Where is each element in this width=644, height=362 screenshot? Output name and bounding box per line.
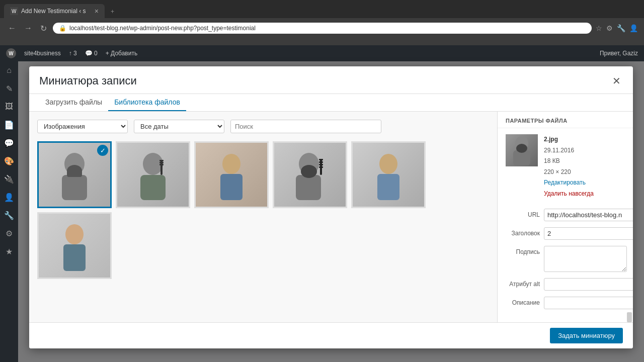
sidebar-item-users[interactable]: 👤 [0,188,18,206]
set-thumbnail-btn[interactable]: Задать миниатюру [550,328,623,343]
browser-tab-bar: W Add New Testimonial ‹ s × + [0,0,644,18]
thumbnail-item-2[interactable] [116,141,190,208]
wp-admin-bar: W site4business ↑ 3 💬 0 + Добавить Приве… [0,45,644,61]
media-grid-area: Изображения Все даты [29,112,497,322]
modal-header: Миниатюра записи ✕ [29,66,633,94]
thumb-image-4 [274,143,346,207]
preview-date: 29.11.2016 [544,145,594,156]
wp-logo[interactable]: W [6,48,16,58]
alt-input[interactable] [544,278,633,291]
active-tab[interactable]: W Add New Testimonial ‹ s × [4,4,105,18]
thumbnail-item-1[interactable]: ✓ [37,141,112,208]
title-field-row: Заголовок [498,224,633,243]
sidebar-item-pages[interactable]: 📄 [0,116,18,134]
alt-label: Атрибут alt [504,278,544,288]
svg-rect-18 [319,159,323,160]
caption-field-row: Подпись [498,243,633,275]
date-filter[interactable]: Все даты [134,120,224,133]
url-label: URL [504,209,544,218]
caption-input[interactable] [544,246,627,272]
modal-overlay: Миниатюра записи ✕ Загрузить файлы Библи… [18,61,644,362]
comments-count[interactable]: 💬 0 [85,50,98,57]
browser-icons: ☆ ⚙ 🔧 👤 [596,24,638,32]
preview-thumbnail [506,134,538,166]
svg-point-16 [301,165,317,178]
thumbnail-item-5[interactable] [351,141,426,208]
svg-point-28 [516,144,527,153]
url-input[interactable] [544,209,633,221]
sidebar-item-dashboard[interactable]: ⌂ [0,61,18,79]
svg-rect-3 [62,175,87,200]
modal-tabs: Загрузить файлы Библиотека файлов [29,94,633,112]
new-tab-btn[interactable]: + [105,5,123,18]
add-new-btn[interactable]: + Добавить [106,50,137,57]
media-filters: Изображения Все даты [37,120,489,133]
svg-rect-20 [319,164,323,165]
media-modal: Миниатюра записи ✕ Загрузить файлы Библи… [29,66,633,348]
url-text: localhost/test-blog.net/wp-admin/post-ne… [69,25,256,32]
star-icon[interactable]: ☆ [596,24,602,32]
forward-btn[interactable]: → [22,23,34,34]
svg-rect-9 [159,160,164,161]
sidebar-item-comments[interactable]: 💬 [0,134,18,152]
svg-rect-11 [159,164,164,165]
sidebar-item-custom[interactable]: ★ [0,242,18,260]
media-search-input[interactable] [230,120,381,133]
svg-point-24 [65,224,84,244]
thumbnail-item-4[interactable] [273,141,347,208]
thumb-image-3 [196,143,267,207]
tab-favicon: W [10,7,18,15]
sidebar-item-plugins[interactable]: 🔌 [0,170,18,188]
alt-field-row: Атрибут alt [498,275,633,294]
url-field[interactable]: 🔒 localhost/test-blog.net/wp-admin/post-… [53,23,592,34]
profile-icon[interactable]: 👤 [629,24,638,32]
desc-input[interactable] [544,297,633,309]
desc-field-row: Описание [498,294,633,312]
sidebar-item-media[interactable]: 🖼 [0,98,18,116]
preview-size: 18 КB [544,156,594,167]
file-preview: 2.jpg 29.11.2016 18 КB 220 × 220 Редакти… [498,128,633,206]
preview-dimensions: 220 × 220 [544,167,594,178]
preview-filename: 2.jpg [544,134,594,145]
thumbnail-item-3[interactable] [194,141,269,208]
svg-rect-7 [140,175,166,200]
svg-rect-15 [296,175,321,200]
modal-body: Изображения Все даты [29,112,633,322]
tab-close-btn[interactable]: × [95,7,99,15]
svg-rect-5 [67,169,82,177]
tab-upload[interactable]: Загрузить файлы [39,94,108,111]
edit-image-link[interactable]: Редактировать [544,179,586,186]
thumbnail-item-6[interactable] [37,212,112,279]
modal-footer: Задать миниатюру [29,322,633,348]
sidebar-item-posts[interactable]: ✎ [0,79,18,98]
title-label: Заголовок [504,227,544,237]
url-field-row: URL [498,206,633,224]
modal-title: Миниатюра записи [39,74,137,87]
updates-count[interactable]: ↑ 3 [69,50,77,57]
title-input[interactable] [544,227,633,240]
tab-title: Add New Testimonial ‹ s [21,8,86,15]
svg-rect-10 [159,162,164,163]
site-name[interactable]: site4business [24,50,61,57]
desc-label: Описание [504,297,544,306]
sidebar-item-appearance[interactable]: 🎨 [0,152,18,170]
sidebar-item-settings[interactable]: ⚙ [0,224,18,242]
greeting: Привет, Gaziz [600,50,638,57]
refresh-btn[interactable]: ↻ [38,23,49,34]
extension-icon[interactable]: 🔧 [617,24,625,32]
sidebar-item-tools[interactable]: 🔧 [0,206,18,224]
image-type-filter[interactable]: Изображения [37,120,128,133]
thumb-image-5 [353,143,424,207]
caption-label: Подпись [504,246,544,255]
settings-icon[interactable]: ⚙ [606,24,613,32]
svg-rect-25 [63,244,86,271]
back-btn[interactable]: ← [6,23,18,34]
svg-rect-19 [319,161,323,163]
address-bar: ← → ↻ 🔒 localhost/test-blog.net/wp-admin… [0,18,644,38]
tab-library[interactable]: Библиотека файлов [108,94,186,111]
modal-close-btn[interactable]: ✕ [610,76,623,86]
scroll-indicator [627,312,632,322]
sidebar: ⌂ ✎ 🖼 📄 💬 🎨 🔌 👤 🔧 ⚙ ★ [0,61,18,362]
preview-meta: 2.jpg 29.11.2016 18 КB 220 × 220 Редакти… [544,134,594,200]
delete-image-link[interactable]: Удалить навсегда [544,190,594,197]
